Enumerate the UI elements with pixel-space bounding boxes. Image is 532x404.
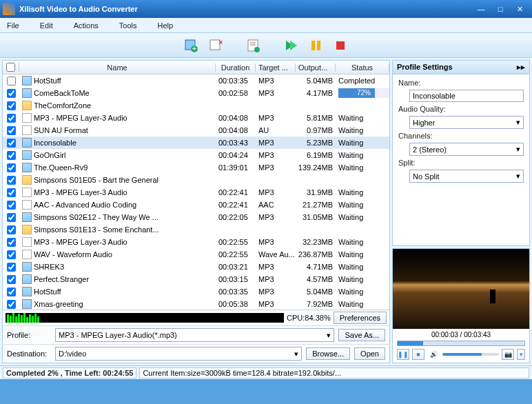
volume-slider[interactable] [442,353,499,356]
row-checkbox[interactable] [7,238,16,247]
menu-edit[interactable]: Edit [40,21,53,30]
profile-button[interactable] [244,36,263,55]
preferences-button[interactable]: Preferences [334,312,387,324]
table-row[interactable]: Simpsons S02E12 - They Way We ...00:22:0… [3,211,389,223]
row-checkbox[interactable] [7,213,16,222]
row-checkbox[interactable] [7,201,16,210]
row-checkbox[interactable] [7,89,16,98]
row-checkbox[interactable] [7,188,16,197]
name-input[interactable]: Inconsolable [409,90,524,102]
row-checkbox[interactable] [7,101,16,110]
quality-label: Audio Quality: [398,105,524,113]
select-all-checkbox[interactable] [6,63,15,72]
table-row[interactable]: The.Queen-Rv901:39:01MP3139.24MBWaiting [3,161,389,174]
remove-file-button[interactable]: × [207,36,226,55]
svg-text:×: × [218,38,223,46]
open-button[interactable]: Open [354,347,385,360]
stop-button[interactable] [331,36,350,55]
row-dur: 00:04:08 [216,126,256,134]
row-checkbox[interactable] [7,77,16,85]
row-tgt: MP3 [256,213,296,221]
row-name: HotStuff [34,77,61,85]
split-select[interactable]: No Split▾ [409,170,524,183]
row-tgt: MP3 [256,188,296,196]
table-row[interactable]: SHREK300:03:21MP34.71MBWaiting [3,261,389,273]
table-row[interactable]: HotStuff00:03:35MP35.04MBWaiting [3,285,389,298]
snapshot-button[interactable]: 📷 [502,349,514,360]
minimize-button[interactable]: — [471,3,491,15]
header-duration[interactable]: Duration [216,63,256,72]
menu-actions[interactable]: Actions [74,21,99,30]
row-checkbox[interactable] [7,151,16,160]
row-tgt: AU [256,126,296,134]
row-checkbox[interactable] [7,300,16,309]
row-status: Waiting [336,275,389,283]
channels-select[interactable]: 2 (Stereo)▾ [409,143,524,156]
header-status[interactable]: Status [336,63,389,72]
row-checkbox[interactable] [7,163,16,172]
browse-button[interactable]: Browse... [306,347,350,360]
row-checkbox[interactable] [7,176,16,185]
table-row[interactable]: Inconsolable00:03:43MP35.23MBWaiting [3,137,389,149]
volume-button[interactable]: 🔊 [427,349,440,360]
row-checkbox[interactable] [7,225,16,234]
menu-help[interactable]: Help [157,21,173,30]
add-file-button[interactable]: + [182,36,201,55]
row-checkbox[interactable] [7,126,16,135]
table-row[interactable]: ComeBackToMe00:02:58MP34.17MB72% [3,87,389,99]
snapshot-menu-button[interactable]: ▾ [517,349,525,360]
split-label: Split: [398,159,524,167]
file-list-panel: Name Duration Target ... Output... Statu… [2,60,390,363]
maximize-button[interactable]: □ [491,3,510,15]
table-row[interactable]: MP3 - MPEG Layer-3 Audio00:22:41MP331.9M… [3,186,389,199]
destination-input[interactable]: D:\video▾ [55,347,302,361]
table-row[interactable]: MP3 - MPEG Layer-3 Audio00:22:55MP332.23… [3,236,389,248]
row-checkbox[interactable] [7,275,16,284]
profile-select[interactable]: MP3 - MPEG Layer-3 Audio(*.mp3)▾ [55,328,334,342]
row-checkbox[interactable] [7,139,16,148]
header-target[interactable]: Target ... [256,63,296,72]
preview-slider[interactable] [397,341,525,346]
svg-rect-13 [336,41,345,50]
table-row[interactable]: HotStuff00:03:35MP35.04MBCompleted [3,74,389,87]
table-row[interactable]: TheComfortZone [3,99,389,112]
convert-button[interactable] [281,36,300,55]
menu-file[interactable]: File [7,21,19,30]
header-output[interactable]: Output... [296,63,336,72]
header-name[interactable]: Name [19,63,216,72]
destination-row: Destination: D:\video▾ Browse... Open [3,344,389,363]
row-tgt: AAC [256,201,296,209]
pause-button[interactable] [306,36,325,55]
table-body[interactable]: HotStuff00:03:35MP35.04MBCompletedComeBa… [3,74,389,310]
preview-stop-button[interactable]: ■ [412,349,424,360]
row-tgt: MP3 [256,238,296,246]
menu-tools[interactable]: Tools [119,21,137,30]
table-row[interactable]: Perfect.Stranger00:03:15MP34.57MBWaiting [3,273,389,285]
save-as-button[interactable]: Save As... [338,329,385,341]
row-checkbox[interactable] [7,287,16,296]
row-checkbox[interactable] [7,250,16,259]
row-name: SUN AU Format [34,126,88,134]
table-row[interactable]: Simpsons S01E13 - Some Enchant... [3,223,389,236]
quality-select[interactable]: Higher▾ [409,116,524,129]
header-checkbox[interactable] [3,63,19,72]
table-row[interactable]: AAC - Advanced Audio Coding00:22:41AAC21… [3,199,389,211]
row-checkbox[interactable] [7,263,16,272]
table-row[interactable]: Xmas-greeting00:05:38MP37.92MBWaiting [3,298,389,310]
svg-point-8 [254,47,260,52]
preview-image[interactable] [393,249,529,329]
row-status: Waiting [336,213,389,221]
table-row[interactable]: WAV - Waveform Audio00:22:55Wave Au...23… [3,248,389,261]
table-row[interactable]: MP3 - MPEG Layer-3 Audio00:04:08MP35.81M… [3,112,389,124]
table-row[interactable]: GoOnGirl00:04:24MP36.19MBWaiting [3,149,389,161]
table-row[interactable]: SUN AU Format00:04:08AU0.97MBWaiting [3,124,389,137]
table-row[interactable]: Simpsons S01E05 - Bart the General [3,174,389,186]
row-tgt: Wave Au... [256,250,296,259]
video-icon [22,150,32,160]
close-button[interactable]: ✕ [510,3,529,15]
audio-icon [22,113,32,123]
row-checkbox[interactable] [7,114,16,123]
play-pause-button[interactable]: ❚❚ [397,349,409,360]
row-name: MP3 - MPEG Layer-3 Audio [34,238,127,246]
expand-icon[interactable]: ▸▸ [517,63,525,72]
